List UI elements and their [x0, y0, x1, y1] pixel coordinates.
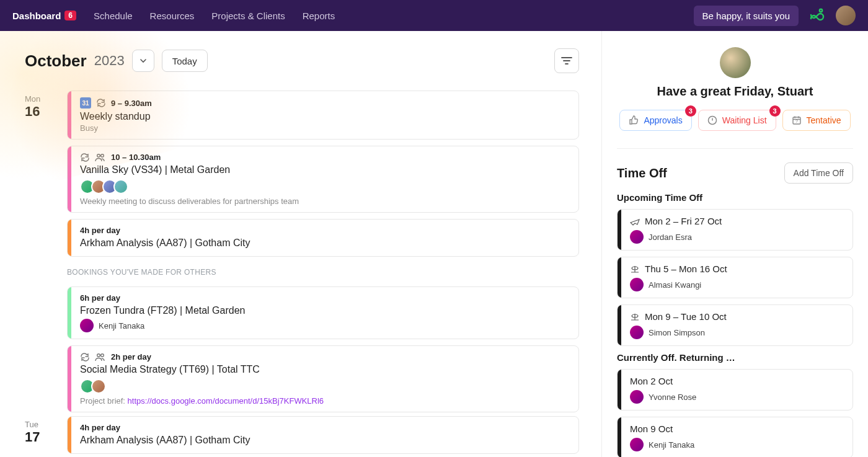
recur-icon	[80, 153, 90, 162]
thumb-icon	[629, 115, 639, 125]
filter-button[interactable]	[554, 48, 579, 73]
attendee-avatars	[80, 379, 570, 394]
pill-label: Approvals	[644, 115, 682, 125]
gcal-icon: 31	[80, 97, 91, 109]
day-column: Tue17	[25, 416, 53, 454]
svg-text:?: ?	[795, 119, 798, 123]
svg-point-3	[97, 353, 100, 357]
pill-waiting list[interactable]: Waiting List3	[698, 110, 776, 131]
card-title: Vanilla Sky (VS34) | Metal Garden	[80, 164, 570, 175]
people-icon	[95, 153, 106, 162]
timeoff-person: Simon Simpson	[630, 326, 844, 339]
timeoff-range: Mon 9 Oct	[630, 424, 844, 434]
booking-card[interactable]: 319 – 9.30amWeekly standupBusy	[67, 91, 579, 140]
day-name: Mon	[25, 94, 53, 104]
svg-point-2	[101, 154, 104, 157]
recur-icon	[96, 99, 106, 107]
person-name: Yvonne Rose	[649, 393, 696, 402]
beach-icon	[630, 313, 640, 321]
attendee-avatars	[80, 179, 570, 194]
top-nav: Dashboard 6 Schedule Resources Projects …	[0, 0, 868, 31]
avatar	[630, 326, 644, 339]
today-button[interactable]: Today	[162, 50, 208, 72]
booking-card[interactable]: 4h per dayArkham Analysis (AA87) | Gotha…	[67, 416, 579, 454]
pill-tentative[interactable]: ?Tentative	[782, 110, 851, 131]
nav-schedule[interactable]: Schedule	[94, 11, 133, 21]
status-pills: Approvals3Waiting List3?Tentative	[617, 110, 853, 131]
card-sub: Busy	[80, 123, 570, 133]
day-number: 17	[25, 429, 53, 445]
greeting-text: Have a great Friday, Stuart	[657, 84, 813, 99]
pill-badge: 3	[685, 105, 696, 117]
person-name: Simon Simpson	[649, 328, 705, 337]
infinity-icon[interactable]	[808, 7, 826, 24]
user-avatar[interactable]	[836, 6, 856, 25]
assignee-name: Kenji Tanaka	[99, 321, 144, 331]
day-number: 16	[25, 104, 53, 120]
timeoff-person: Kenji Tanaka	[630, 438, 844, 451]
returning-title: Currently Off. Returning …	[617, 352, 853, 363]
timeoff-card[interactable]: Mon 2 – Fri 27 OctJordan Esra	[617, 209, 853, 251]
chevron-down-icon	[139, 56, 148, 65]
pill-label: Waiting List	[722, 115, 767, 125]
person-name: Kenji Tanaka	[649, 440, 694, 450]
avatar	[91, 379, 106, 394]
svg-point-1	[97, 154, 100, 157]
card-duration: 6h per day	[80, 293, 120, 303]
card-note: Weekly meeting to discuss deliverables f…	[80, 197, 570, 206]
day-row: Mon16319 – 9.30amWeekly standupBusy10 – …	[25, 91, 579, 412]
card-duration: 4h per day	[80, 226, 120, 235]
card-duration: 2h per day	[111, 352, 151, 362]
nav-badge: 6	[64, 11, 76, 20]
person-name: Jordan Esra	[649, 233, 692, 242]
timeoff-person: Jordan Esra	[630, 230, 844, 244]
timeoff-range: Mon 2 – Fri 27 Oct	[630, 216, 844, 226]
timeoff-card[interactable]: Mon 2 OctYvonne Rose	[617, 369, 853, 410]
avatar	[630, 278, 644, 291]
timeoff-title: Time Off	[617, 166, 667, 180]
month-picker[interactable]	[132, 50, 154, 72]
svg-point-4	[101, 353, 104, 357]
booking-card[interactable]: 6h per dayFrozen Tundra (FT28) | Metal G…	[67, 286, 579, 339]
filter-icon	[561, 56, 572, 65]
nav-dashboard[interactable]: Dashboard 6	[12, 11, 76, 21]
avatar	[80, 319, 94, 332]
avatar	[630, 390, 644, 404]
timeoff-card[interactable]: Mon 9 – Tue 10 OctSimon Simpson	[617, 304, 853, 346]
upcoming-title: Upcoming Time Off	[617, 192, 853, 203]
calendar-pane: October 2023 Today Mon16319 – 9.30amWeek…	[0, 31, 601, 457]
booking-card[interactable]: 2h per daySocial Media Strategy (TT69) |…	[67, 345, 579, 412]
alert-icon	[707, 115, 717, 125]
card-title: Weekly standup	[80, 111, 570, 122]
avatar	[630, 438, 644, 451]
booking-card[interactable]: 10 – 10.30amVanilla Sky (VS34) | Metal G…	[67, 146, 579, 213]
card-time: 10 – 10.30am	[111, 153, 161, 162]
people-icon	[95, 353, 106, 362]
pill-approvals[interactable]: Approvals3	[619, 110, 691, 131]
card-title: Social Media Strategy (TT69) | Total TTC	[80, 364, 570, 375]
nav-reports[interactable]: Reports	[303, 11, 335, 21]
nav-projects[interactable]: Projects & Clients	[211, 11, 285, 21]
profile-avatar[interactable]	[720, 47, 751, 78]
add-timeoff-button[interactable]: Add Time Off	[784, 162, 853, 184]
timeoff-card[interactable]: Mon 9 OctKenji Tanaka	[617, 417, 853, 457]
timeoff-card[interactable]: Thu 5 – Mon 16 OctAlmasi Kwangi	[617, 257, 853, 298]
day-row: Tue174h per dayArkham Analysis (AA87) | …	[25, 416, 579, 454]
card-note: Project brief: https://docs.google.com/d…	[80, 396, 570, 406]
nav-resources[interactable]: Resources	[150, 11, 195, 21]
card-time: 9 – 9.30am	[111, 99, 152, 108]
year-label: 2023	[94, 53, 125, 69]
nav-label: Dashboard	[12, 11, 61, 21]
pill-label: Tentative	[807, 115, 841, 125]
booking-card[interactable]: 4h per dayArkham Analysis (AA87) | Gotha…	[67, 219, 579, 257]
brief-link[interactable]: https://docs.google.com/document/d/15kBj…	[128, 396, 324, 406]
pill-badge: 3	[769, 105, 781, 117]
day-name: Tue	[25, 420, 53, 429]
recur-icon	[80, 353, 90, 362]
others-label: BOOKINGS YOU'VE MADE FOR OTHERS	[67, 268, 579, 277]
cal-icon: ?	[792, 115, 802, 125]
person-name: Almasi Kwangi	[649, 280, 701, 290]
assignee: Kenji Tanaka	[80, 319, 570, 332]
day-column: Mon16	[25, 91, 53, 412]
happy-button[interactable]: Be happy, it suits you	[694, 6, 799, 26]
